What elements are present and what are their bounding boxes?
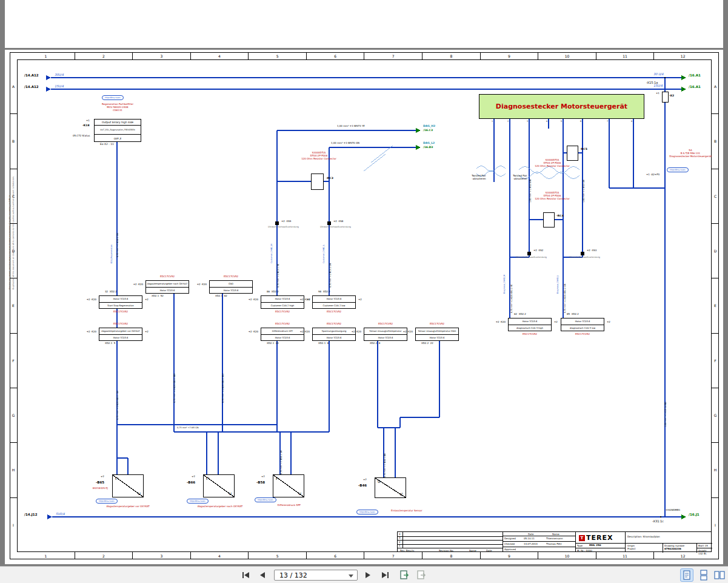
page-indicator: 13 / 132	[279, 571, 307, 579]
component-box: Abgastemperaturgeber nach OXYKATMotor TC…	[145, 280, 189, 294]
xref-top-left-2: /14.A12	[24, 85, 39, 89]
column-ruler-bottom: 123456789101112	[17, 552, 712, 559]
mount-label: +2 -K20	[395, 331, 413, 334]
next-page-icon	[366, 572, 370, 578]
xref-top-right-2: /16.A1	[689, 85, 701, 89]
last-page-button[interactable]	[379, 570, 390, 580]
xref-top-right-1: /16.A1	[689, 73, 701, 78]
machine-number: M.-Nr.: 4000-	[577, 549, 593, 552]
diagnostic-connector-box: Diagnosestecker Motorsteuergerät	[479, 94, 644, 119]
wire-spec-label: 1,00 mm² +1-X15:1a RD	[664, 402, 667, 427]
column-header-name: Name	[552, 533, 559, 536]
sensor-unit: U	[138, 491, 141, 496]
device-tag-rc5: -RC5	[580, 147, 587, 150]
terminal-label: Ex-X2 : 11	[78, 143, 114, 146]
mcu-part-note: Regeneration PartikelfilterMCU 5802H-240…	[84, 103, 152, 112]
drawing-number-label: Drawing number	[664, 544, 685, 547]
next-page-button[interactable]	[362, 570, 373, 580]
mount-label: +2 -K20	[292, 298, 310, 302]
origin-label: Origin	[627, 544, 635, 547]
ecu-label: EDC17CV52	[415, 323, 459, 326]
component-box: Differenzdruck DPFMotor TCD3.6	[261, 328, 304, 341]
mount-label: +2 -K20	[240, 331, 258, 334]
copy-page-button[interactable]	[416, 570, 427, 581]
sensor-caption: Abgastemperaturgeber nach OXYKAT	[181, 505, 259, 508]
approved-label: Approved	[504, 548, 516, 551]
component-box: GNDMotor TCD3.6	[209, 280, 253, 294]
device-plus-label: +1	[656, 92, 660, 95]
component-box: Motor TCD3.6Start Stop Regeneration	[99, 295, 142, 309]
device-tag-a2: +1 -A2+P3	[646, 174, 660, 177]
pin-number: 2	[507, 120, 509, 123]
mount-label: +2 -K20	[240, 298, 258, 302]
pin-number: 5	[561, 120, 562, 123]
sensor-quantity: U	[378, 479, 380, 484]
mount-label: +2 -K20	[125, 283, 143, 286]
checked-name: Thomas Pehl	[546, 542, 562, 545]
view-continuous-button[interactable]	[697, 568, 710, 582]
signal-label: 30 U/4	[653, 72, 663, 76]
mount-label: +2 -K20	[487, 321, 506, 324]
mount-label: +2	[607, 321, 610, 324]
sensor-unit: U	[299, 491, 301, 496]
copyright-note-line1: For this document and the object depicte…	[8, 194, 11, 289]
pin-label: XD2.1 52	[152, 295, 164, 298]
column-header-date: Date	[528, 533, 534, 536]
pin-label: XD2.1 5	[105, 342, 115, 345]
rev-header: Name	[469, 549, 476, 552]
pin-number: 6	[580, 120, 581, 123]
pin-number: 8	[631, 120, 632, 123]
signal-label: 15U/4	[55, 84, 64, 88]
sensor-symbol-b46: U t°	[375, 477, 406, 498]
device-plus-label: +7	[363, 479, 367, 482]
xref-bottom-right: /16.J1	[689, 513, 700, 517]
mount-label: +2	[145, 298, 149, 302]
view-side-by-side-button[interactable]	[713, 568, 726, 582]
signal-name-label: Customer_CAN2_L	[322, 244, 325, 263]
component-box: Abgastemperaturgeber vor OXYKATMotor TCD…	[99, 328, 142, 341]
sensor-quantity: P	[276, 476, 278, 480]
checked-label: Checked	[504, 542, 515, 545]
watermark-link: httpcdbna.news	[96, 499, 118, 504]
component-box: Sensor AnsauglufttemperaturMotor TCD3.6	[364, 328, 407, 341]
pin-number: 1	[492, 120, 493, 123]
ecu-label: EDC17CV52	[508, 333, 552, 336]
watermark-link: httpcdbna.news	[255, 497, 276, 502]
previous-page-button[interactable]	[257, 570, 268, 580]
pin-number: 7	[607, 120, 608, 123]
splice-note: Ultraschallschweißverbindung	[268, 226, 295, 228]
device-tag-b65: -B65	[96, 480, 104, 485]
device-tag-b66: -B66	[187, 480, 195, 485]
sheet-count: Anzahl 132 Bl.	[698, 549, 711, 555]
view-single-page-button[interactable]	[680, 568, 693, 582]
splice-tag: +2 -XS3	[587, 249, 596, 252]
pin-label: 86 XD2.2	[267, 291, 279, 294]
export-page-button[interactable]	[399, 570, 410, 581]
fuse-part-note: 5AB.S.T/B 556-131Diagnosestecker Motorst…	[663, 149, 718, 158]
wire-gauge-label: 1,00 mm² +1-WS73 YE	[337, 125, 365, 128]
sensor-quantity: t°	[206, 476, 209, 480]
export-page-icon	[399, 570, 410, 581]
signal-name-label: Diagnose_CAN3_L	[556, 275, 559, 294]
wire-spec-label: 0,75 mm² +2-K20:XD2.1 BU	[222, 374, 224, 403]
mount-label: +2 -K20	[292, 331, 310, 334]
xref-top-left-1: /14.A12	[24, 73, 39, 78]
page-number-combobox[interactable]: 13 / 132	[274, 570, 358, 581]
ecu-label: EDC17CV52	[99, 311, 142, 314]
output-binary-box: Output binary high side OUT_EGL_Regenera…	[94, 119, 141, 142]
first-page-button[interactable]	[240, 570, 251, 580]
net-xref-label: /16.C3	[423, 129, 433, 132]
device-plus-label: +7	[192, 476, 195, 479]
terminal-x15-label: -X15:1a	[646, 81, 658, 84]
watermark-link: httpcdbna.news	[102, 95, 124, 100]
pin-label: XD2.2 22	[421, 342, 433, 345]
terex-logo: TTEREX	[579, 534, 613, 542]
previous-page-bottom	[5, 0, 723, 48]
rev-row-number: 1	[399, 544, 401, 547]
wire-spec-label: 0,75 mm² +2-K20:XD2.1 BN	[173, 374, 176, 403]
previous-page-icon	[260, 572, 265, 578]
signal-name-label: Customer_CAN2_H	[270, 244, 273, 263]
device-plus-label: +7	[261, 476, 265, 479]
rc4-part-note: S3000DT/ADT04-2P-P006120 Ohm Resistor Co…	[523, 192, 581, 200]
device-tag-x2: -X2	[669, 94, 674, 97]
